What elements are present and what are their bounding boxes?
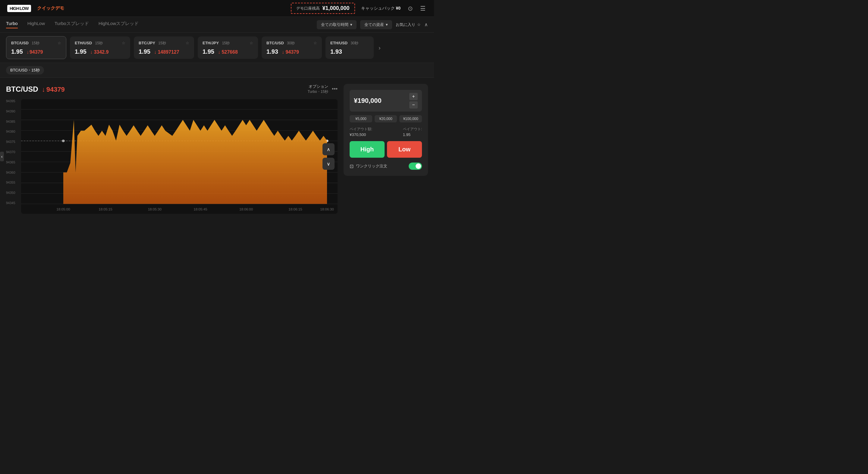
header-icons: ⊙ ☰	[407, 4, 427, 13]
card-pair-label-3: ETH/JPY	[203, 41, 219, 45]
trading-panel: ¥190,000 + − ¥5,000 ¥20,000 ¥100,000 ペイア…	[344, 84, 428, 176]
payout-amount-item: ペイアウト額: ¥370,500	[350, 127, 372, 137]
low-button[interactable]: Low	[387, 141, 422, 158]
tab-turbo-spread[interactable]: Turboスプレッド	[55, 21, 89, 28]
card-pair-label-4: BTC/USD	[267, 41, 284, 45]
card-price-1: ↓ 3342.9	[90, 50, 108, 55]
amount-decrease-btn[interactable]: −	[409, 101, 418, 109]
card-time-3: 15秒	[222, 41, 230, 45]
more-options-btn[interactable]: •••	[332, 86, 338, 92]
tabs-bar: Turbo HighLow Turboスプレッド HighLowスプレッド 全て…	[0, 17, 434, 33]
payout-rate-label: ペイアウト:	[403, 127, 422, 132]
tab-highlow-spread[interactable]: HighLowスプレッド	[98, 21, 138, 28]
card-payout-5: 1.93	[330, 48, 342, 55]
svg-text:18:05:00: 18:05:00	[56, 208, 70, 211]
asset-card-5[interactable]: ETH/USD 30秒 1.93	[326, 36, 374, 59]
high-button[interactable]: High	[350, 141, 384, 158]
card-body-5: 1.93	[330, 48, 369, 55]
favorite-btn[interactable]: お気に入り ☆	[396, 22, 421, 27]
chart-scroll-controls: ∧ ∨	[322, 143, 335, 170]
card-price-arrow-0: ↓	[27, 50, 29, 55]
trade-amount: ¥190,000	[354, 97, 381, 105]
chart-scroll-down-btn[interactable]: ∨	[322, 158, 335, 170]
card-pair-label-0: BTC/USD	[11, 41, 29, 45]
scroll-right-arrow[interactable]: ›	[377, 43, 382, 53]
chevron-down-icon: ▾	[350, 22, 352, 27]
preset-100000-btn[interactable]: ¥100,000	[399, 115, 422, 122]
chevron-down-icon-2: ▾	[386, 22, 388, 27]
card-time-2: 15秒	[158, 41, 166, 45]
tabs-right: 全ての取引時間 ▾ 全ての資産 ▾ お気に入り ☆ ∧	[317, 20, 428, 29]
payout-amount-value: ¥370,500	[350, 132, 372, 137]
card-payout-0: 1.95	[11, 48, 23, 55]
payout-rate-item: ペイアウト: 1.95	[403, 127, 422, 137]
one-click-label: ⊡ ワンクリック注文	[350, 164, 387, 169]
card-star-0[interactable]: ☆	[58, 41, 61, 45]
preset-amounts: ¥5,000 ¥20,000 ¥100,000	[350, 115, 422, 122]
chart-header: BTC/USD ↓ 94379 オプション Turbo・15秒 •••	[6, 84, 338, 94]
main-area: BTC/USD ↓ 94379 オプション Turbo・15秒 ••• ‹ 94…	[0, 78, 434, 220]
preset-20000-btn[interactable]: ¥20,000	[375, 115, 397, 122]
chart-scroll-up-btn[interactable]: ∧	[322, 143, 335, 155]
menu-icon[interactable]: ☰	[419, 4, 427, 13]
card-pair-time-3: ETH/JPY 15秒	[203, 40, 230, 46]
asset-card-0[interactable]: BTC/USD 15秒 ☆ 1.95 ↓94379	[6, 36, 66, 59]
chart-container: ‹ 94395 94390 94385 94380 94375 94370 94…	[6, 99, 338, 214]
chart-pair-info: BTC/USD ↓ 94379	[6, 85, 65, 93]
side-expand-btn[interactable]: ‹	[0, 152, 4, 161]
card-payout-3: 1.95	[203, 48, 214, 55]
toggle-track	[409, 162, 422, 170]
card-header-1: ETH/USD 15秒 ☆	[75, 40, 125, 46]
amount-increase-btn[interactable]: +	[409, 93, 418, 100]
card-star-4[interactable]: ☆	[313, 41, 317, 45]
chart-svg: 18:05:00 18:05:15 18:05:30 18:05:45 18:0…	[21, 99, 338, 214]
card-pair-label-2: BTC/JPY	[138, 41, 155, 45]
card-header-2: BTC/JPY 15秒 ☆	[138, 40, 189, 46]
card-body-3: 1.95 ↓ 527668	[203, 48, 253, 55]
breadcrumb: BTC/USD・15秒	[6, 66, 44, 75]
card-star-3[interactable]: ☆	[250, 41, 253, 45]
card-header-4: BTC/USD 30秒 ☆	[267, 40, 317, 46]
card-price-4: ↓ 94379	[282, 50, 299, 55]
preset-5000-btn[interactable]: ¥5,000	[350, 115, 372, 122]
cashback-amount: ¥0	[396, 6, 401, 10]
price-arrow-icon: ↓	[42, 86, 45, 93]
card-header-0: BTC/USD 15秒 ☆	[11, 40, 61, 46]
card-body-2: 1.95 ↓ 14897127	[138, 48, 189, 55]
header-left: HIGH LOW クイックデモ	[7, 5, 64, 12]
card-pair-label-5: ETH/USD	[330, 41, 347, 45]
card-pair-time-1: ETH/USD 15秒	[75, 40, 103, 46]
toggle-thumb	[415, 164, 421, 169]
filter-asset-btn[interactable]: 全ての資産 ▾	[360, 20, 392, 29]
logo[interactable]: HIGH LOW	[7, 5, 31, 12]
asset-cards-row: BTC/USD 15秒 ☆ 1.95 ↓94379 ETH/USD 15秒 ☆ …	[0, 33, 434, 63]
card-time-1: 15秒	[95, 41, 103, 45]
breadcrumb-bar: BTC/USD・15秒	[0, 63, 434, 78]
chart-options: オプション Turbo・15秒 •••	[308, 84, 338, 94]
card-time-5: 30秒	[351, 41, 358, 45]
one-click-toggle[interactable]	[409, 162, 422, 170]
card-body-1: 1.95 ↓ 3342.9	[75, 48, 125, 55]
card-star-1[interactable]: ☆	[122, 41, 125, 45]
asset-card-4[interactable]: BTC/USD 30秒 ☆ 1.93 ↓ 94379	[261, 36, 322, 59]
asset-card-1[interactable]: ETH/USD 15秒 ☆ 1.95 ↓ 3342.9	[70, 36, 130, 59]
card-star-2[interactable]: ☆	[186, 41, 189, 45]
payout-amount-label: ペイアウト額:	[350, 127, 372, 132]
svg-text:18:06:15: 18:06:15	[288, 208, 302, 211]
location-icon[interactable]: ⊙	[407, 4, 414, 13]
tab-highlow[interactable]: HighLow	[27, 21, 45, 28]
options-sub: Turbo・15秒	[308, 89, 328, 94]
y-axis-labels: 94395 94390 94385 94380 94375 94370 9436…	[6, 99, 20, 205]
demo-balance-amount: ¥1,000,000	[322, 5, 349, 11]
card-header-3: ETH/JPY 15秒 ☆	[203, 40, 253, 46]
payout-rate-value: 1.95	[403, 132, 422, 137]
asset-card-3[interactable]: ETH/JPY 15秒 ☆ 1.95 ↓ 527668	[198, 36, 258, 59]
tab-turbo[interactable]: Turbo	[6, 21, 18, 28]
asset-card-2[interactable]: BTC/JPY 15秒 ☆ 1.95 ↓ 14897127	[134, 36, 194, 59]
chart-pair-price: ↓ 94379	[42, 86, 65, 93]
amount-controls: + −	[409, 93, 418, 109]
quick-demo-label: クイックデモ	[37, 5, 64, 11]
card-time-0: 15秒	[32, 41, 39, 45]
collapse-btn[interactable]: ∧	[424, 22, 428, 27]
filter-time-btn[interactable]: 全ての取引時間 ▾	[317, 20, 356, 29]
